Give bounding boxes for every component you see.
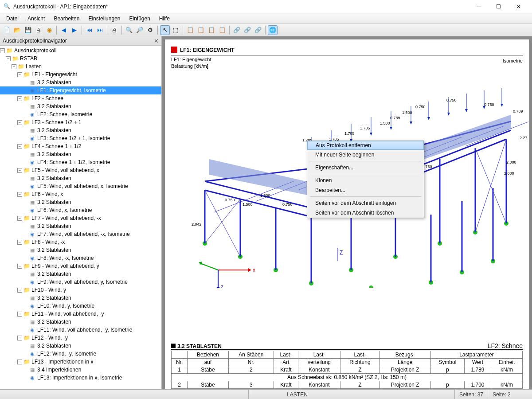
menu-ansicht[interactable]: Ansicht: [23, 14, 49, 23]
tree-lf10[interactable]: −📁LF10 - Wind, y: [0, 286, 161, 294]
tree-lf8[interactable]: −📁LF8 - Wind, -x: [0, 238, 161, 246]
ctx-item-3[interactable]: Klonen: [307, 176, 424, 185]
context-menu[interactable]: Aus Protokoll entfernenMit neuer Seite b…: [307, 141, 424, 218]
doc1-button[interactable]: 📋: [185, 25, 195, 35]
tree-lf6-iso[interactable]: ◉LF6: Wind, x, Isometrie: [0, 206, 161, 214]
tree-lf6-stab[interactable]: ▦3.2 Stablasten: [0, 198, 161, 206]
tree-lf11[interactable]: −📁LF11 - Wind, voll abhebend, -y: [0, 310, 161, 318]
tree-lf1-iso[interactable]: ◉LF1: Eigengewicht, Isometrie: [0, 86, 161, 94]
link3-button[interactable]: 🔗: [253, 25, 263, 35]
menu-einstellungen[interactable]: Einstellungen: [84, 14, 125, 23]
tree-lf8-iso[interactable]: ◉LF8: Wind, -x, Isometrie: [0, 254, 161, 262]
zoom-in-button[interactable]: 🔍: [124, 25, 134, 35]
app-icon: 🔍: [4, 3, 11, 10]
tree-lf4-iso[interactable]: ◉LF4: Schnee 1 + 1/2, Isometrie: [0, 158, 161, 166]
tree-lf4-stab[interactable]: ▦3.2 Stablasten: [0, 150, 161, 158]
ctx-item-1[interactable]: Mit neuer Seite beginnen: [307, 150, 424, 160]
minimize-button[interactable]: ─: [469, 0, 489, 13]
menu-bearbeiten[interactable]: Bearbeiten: [49, 14, 84, 23]
titlebar: 🔍 Ausdruckprotokoll - AP1: Eingabedaten*…: [0, 0, 532, 13]
refresh-button[interactable]: ◉: [44, 25, 54, 35]
settings-button[interactable]: ⚙: [145, 25, 155, 35]
menu-hilfe[interactable]: Hilfe: [155, 14, 174, 23]
tree-lasten[interactable]: −📁Lasten: [0, 63, 161, 70]
tree-lf3-iso[interactable]: ◉LF3: Schnee 1/2 + 1, Isometrie: [0, 134, 161, 142]
tree-lf11-stab[interactable]: ▦3.2 Stablasten: [0, 318, 161, 326]
tree-lf5[interactable]: −📁LF5 - Wind, voll abhebend, x: [0, 166, 161, 174]
tree-lf7-stab[interactable]: ▦3.2 Stablasten: [0, 222, 161, 230]
zoom-out-button[interactable]: 🔎: [135, 25, 145, 35]
next-button[interactable]: ▶: [70, 25, 79, 35]
svg-text:0.789: 0.789: [513, 109, 523, 113]
tree-lf9-stab[interactable]: ▦3.2 Stablasten: [0, 270, 161, 278]
close-button[interactable]: ✕: [509, 0, 528, 13]
tree-lf13-iso[interactable]: ◉LF13: Imperfektionen in x, Isometrie: [0, 374, 161, 382]
select-button[interactable]: ⬚: [171, 25, 180, 35]
tree[interactable]: −📁Ausdruckprotokoll−📁RSTAB−📁Lasten−📁LF1 …: [0, 46, 161, 389]
navigator-close-icon[interactable]: ✕: [154, 38, 159, 44]
tree-lf7[interactable]: −📁LF7 - Wind, voll abhebend, -x: [0, 214, 161, 222]
tree-lf6[interactable]: −📁LF6 - Wind, x: [0, 190, 161, 198]
tree-lf5-iso[interactable]: ◉LF5: Wind, voll abhebend, x, Isometrie: [0, 182, 161, 190]
tree-lf3[interactable]: −📁LF3 - Schnee 1/2 + 1: [0, 118, 161, 126]
svg-text:1.500: 1.500: [243, 202, 253, 207]
doc3-button[interactable]: 📋: [207, 25, 216, 35]
tree-lf10-stab[interactable]: ▦3.2 Stablasten: [0, 294, 161, 302]
open-button[interactable]: 📂: [12, 25, 22, 35]
tree-lf11-iso[interactable]: ◉LF11: Wind, voll abhebend, -y, Isometri…: [0, 326, 161, 334]
svg-text:0.750: 0.750: [446, 98, 457, 102]
tree-rstab[interactable]: −📁RSTAB: [0, 55, 161, 63]
svg-text:0.789: 0.789: [390, 116, 400, 120]
tree-lf12[interactable]: −📁LF12 - Wind, -y: [0, 334, 161, 342]
menu-einfügen[interactable]: Einfügen: [125, 14, 154, 23]
ctx-item-2[interactable]: Eigenschaften...: [307, 163, 424, 172]
tree-lf3-stab[interactable]: ▦3.2 Stablasten: [0, 126, 161, 134]
tree-lf1[interactable]: −📁LF1 - Eigengewicht: [0, 70, 161, 78]
tree-lf12-stab[interactable]: ▦3.2 Stablasten: [0, 342, 161, 350]
doc4-button[interactable]: 📋: [217, 25, 227, 35]
prev-button[interactable]: ◀: [59, 25, 69, 35]
save-button[interactable]: 💾: [23, 25, 33, 35]
first-button[interactable]: ⏮: [84, 25, 94, 35]
ctx-item-6[interactable]: Seiten vor dem Abschnitt löschen: [307, 208, 424, 218]
tree-lf2[interactable]: −📁LF2 - Schnee: [0, 94, 161, 102]
tree-root[interactable]: −📁Ausdruckprotokoll: [0, 47, 161, 55]
new-button[interactable]: 📄: [2, 25, 12, 35]
tree-lf4[interactable]: −📁LF4 - Schnee 1 + 1/2: [0, 142, 161, 150]
globe-button[interactable]: 🌐: [268, 25, 278, 35]
svg-marker-96: [216, 287, 220, 288]
ctx-item-0[interactable]: Aus Protokoll entfernen: [307, 141, 424, 150]
print2-button[interactable]: 🖨: [110, 25, 119, 35]
svg-marker-42: [209, 159, 316, 197]
report-page: LF1: EIGENGEWICHT LF1: Eigengewicht Bela…: [164, 39, 529, 389]
print-button[interactable]: 🖨: [34, 25, 43, 35]
tree-lf7-iso[interactable]: ◉LF7: Wind, voll abhebend, -x, Isometrie: [0, 230, 161, 238]
tree-lf12-iso[interactable]: ◉LF12: Wind, -y, Isometrie: [0, 350, 161, 358]
ctx-item-5[interactable]: Seiten vor dem Abschnitt einfügen: [307, 198, 424, 208]
doc2-button[interactable]: 📋: [196, 25, 206, 35]
page-title: LF1: EIGENGEWICHT: [171, 45, 523, 55]
tree-lf13-stab[interactable]: ▦3.4 Imperfektionen: [0, 366, 161, 374]
link1-button[interactable]: 🔗: [232, 25, 242, 35]
ctx-item-4[interactable]: Bearbeiten...: [307, 185, 424, 195]
tree-lf1-stab[interactable]: ▦3.2 Stablasten: [0, 78, 161, 86]
tree-lf10-iso[interactable]: ◉LF10: Wind, y, Isometrie: [0, 302, 161, 310]
svg-marker-57: [427, 117, 430, 120]
svg-text:0.750: 0.750: [225, 198, 235, 202]
status-center: LASTEN: [248, 390, 346, 399]
tree-lf5-stab[interactable]: ▦3.2 Stablasten: [0, 174, 161, 182]
tree-lf8-stab[interactable]: ▦3.2 Stablasten: [0, 246, 161, 254]
tree-lf9-iso[interactable]: ◉LF9: Wind, voll abhebend, y, Isometrie: [0, 278, 161, 286]
link2-button[interactable]: 🔗: [243, 25, 252, 35]
tree-lf13[interactable]: −📁LF13 - Imperfektionen in x: [0, 358, 161, 366]
svg-text:2.000: 2.000: [504, 171, 514, 176]
last-button[interactable]: ⏭: [95, 25, 105, 35]
tree-lf2-iso[interactable]: ◉LF2: Schnee, Isometrie: [0, 110, 161, 118]
tree-lf9[interactable]: −📁LF9 - Wind, voll abhebend, y: [0, 262, 161, 270]
menu-datei[interactable]: Datei: [2, 14, 23, 23]
cursor-button[interactable]: ↖: [160, 25, 170, 35]
tree-lf2-stab[interactable]: ▦3.2 Stablasten: [0, 102, 161, 110]
svg-marker-91: [248, 268, 251, 272]
maximize-button[interactable]: ☐: [489, 0, 509, 13]
svg-text:z: z: [221, 284, 223, 288]
